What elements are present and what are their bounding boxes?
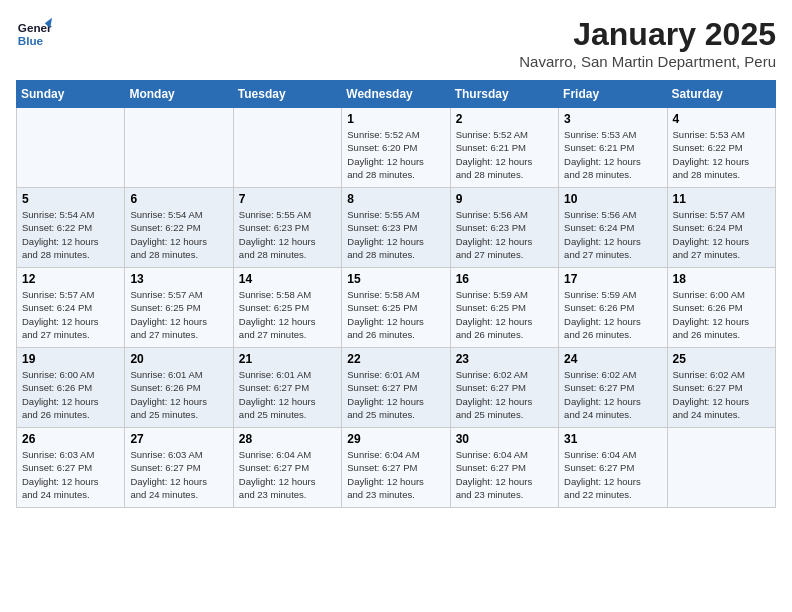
day-info: Sunrise: 5:55 AM Sunset: 6:23 PM Dayligh… xyxy=(347,208,444,261)
day-number: 3 xyxy=(564,112,661,126)
day-number: 24 xyxy=(564,352,661,366)
day-header-tuesday: Tuesday xyxy=(233,81,341,108)
day-info: Sunrise: 5:54 AM Sunset: 6:22 PM Dayligh… xyxy=(130,208,227,261)
day-number: 2 xyxy=(456,112,553,126)
day-number: 12 xyxy=(22,272,119,286)
day-info: Sunrise: 5:57 AM Sunset: 6:24 PM Dayligh… xyxy=(22,288,119,341)
day-info: Sunrise: 5:53 AM Sunset: 6:21 PM Dayligh… xyxy=(564,128,661,181)
day-cell: 4Sunrise: 5:53 AM Sunset: 6:22 PM Daylig… xyxy=(667,108,775,188)
day-number: 13 xyxy=(130,272,227,286)
day-cell: 14Sunrise: 5:58 AM Sunset: 6:25 PM Dayli… xyxy=(233,268,341,348)
week-row-5: 26Sunrise: 6:03 AM Sunset: 6:27 PM Dayli… xyxy=(17,428,776,508)
day-info: Sunrise: 6:02 AM Sunset: 6:27 PM Dayligh… xyxy=(456,368,553,421)
day-cell xyxy=(233,108,341,188)
day-info: Sunrise: 5:54 AM Sunset: 6:22 PM Dayligh… xyxy=(22,208,119,261)
day-number: 8 xyxy=(347,192,444,206)
day-number: 7 xyxy=(239,192,336,206)
day-cell: 23Sunrise: 6:02 AM Sunset: 6:27 PM Dayli… xyxy=(450,348,558,428)
logo-icon: General Blue xyxy=(16,16,52,52)
day-info: Sunrise: 5:55 AM Sunset: 6:23 PM Dayligh… xyxy=(239,208,336,261)
title-area: January 2025 Navarro, San Martin Departm… xyxy=(519,16,776,70)
day-cell: 17Sunrise: 5:59 AM Sunset: 6:26 PM Dayli… xyxy=(559,268,667,348)
day-info: Sunrise: 6:04 AM Sunset: 6:27 PM Dayligh… xyxy=(347,448,444,501)
day-info: Sunrise: 6:00 AM Sunset: 6:26 PM Dayligh… xyxy=(673,288,770,341)
calendar-body: 1Sunrise: 5:52 AM Sunset: 6:20 PM Daylig… xyxy=(17,108,776,508)
day-number: 11 xyxy=(673,192,770,206)
day-cell: 20Sunrise: 6:01 AM Sunset: 6:26 PM Dayli… xyxy=(125,348,233,428)
day-info: Sunrise: 6:01 AM Sunset: 6:27 PM Dayligh… xyxy=(239,368,336,421)
day-cell: 8Sunrise: 5:55 AM Sunset: 6:23 PM Daylig… xyxy=(342,188,450,268)
day-cell: 16Sunrise: 5:59 AM Sunset: 6:25 PM Dayli… xyxy=(450,268,558,348)
day-info: Sunrise: 5:52 AM Sunset: 6:20 PM Dayligh… xyxy=(347,128,444,181)
day-cell: 9Sunrise: 5:56 AM Sunset: 6:23 PM Daylig… xyxy=(450,188,558,268)
day-cell: 24Sunrise: 6:02 AM Sunset: 6:27 PM Dayli… xyxy=(559,348,667,428)
day-number: 17 xyxy=(564,272,661,286)
day-info: Sunrise: 5:58 AM Sunset: 6:25 PM Dayligh… xyxy=(347,288,444,341)
day-cell xyxy=(125,108,233,188)
day-info: Sunrise: 5:52 AM Sunset: 6:21 PM Dayligh… xyxy=(456,128,553,181)
day-cell: 28Sunrise: 6:04 AM Sunset: 6:27 PM Dayli… xyxy=(233,428,341,508)
day-number: 6 xyxy=(130,192,227,206)
week-row-4: 19Sunrise: 6:00 AM Sunset: 6:26 PM Dayli… xyxy=(17,348,776,428)
day-header-wednesday: Wednesday xyxy=(342,81,450,108)
day-cell: 22Sunrise: 6:01 AM Sunset: 6:27 PM Dayli… xyxy=(342,348,450,428)
day-cell: 27Sunrise: 6:03 AM Sunset: 6:27 PM Dayli… xyxy=(125,428,233,508)
day-info: Sunrise: 6:04 AM Sunset: 6:27 PM Dayligh… xyxy=(239,448,336,501)
day-number: 14 xyxy=(239,272,336,286)
day-number: 1 xyxy=(347,112,444,126)
day-info: Sunrise: 5:59 AM Sunset: 6:26 PM Dayligh… xyxy=(564,288,661,341)
day-cell: 21Sunrise: 6:01 AM Sunset: 6:27 PM Dayli… xyxy=(233,348,341,428)
day-number: 5 xyxy=(22,192,119,206)
day-cell: 29Sunrise: 6:04 AM Sunset: 6:27 PM Dayli… xyxy=(342,428,450,508)
day-info: Sunrise: 5:57 AM Sunset: 6:24 PM Dayligh… xyxy=(673,208,770,261)
day-cell: 18Sunrise: 6:00 AM Sunset: 6:26 PM Dayli… xyxy=(667,268,775,348)
day-info: Sunrise: 5:59 AM Sunset: 6:25 PM Dayligh… xyxy=(456,288,553,341)
day-cell: 6Sunrise: 5:54 AM Sunset: 6:22 PM Daylig… xyxy=(125,188,233,268)
day-cell: 25Sunrise: 6:02 AM Sunset: 6:27 PM Dayli… xyxy=(667,348,775,428)
day-number: 27 xyxy=(130,432,227,446)
day-cell: 3Sunrise: 5:53 AM Sunset: 6:21 PM Daylig… xyxy=(559,108,667,188)
day-cell: 12Sunrise: 5:57 AM Sunset: 6:24 PM Dayli… xyxy=(17,268,125,348)
day-number: 16 xyxy=(456,272,553,286)
day-number: 29 xyxy=(347,432,444,446)
week-row-3: 12Sunrise: 5:57 AM Sunset: 6:24 PM Dayli… xyxy=(17,268,776,348)
day-number: 22 xyxy=(347,352,444,366)
day-cell: 2Sunrise: 5:52 AM Sunset: 6:21 PM Daylig… xyxy=(450,108,558,188)
day-cell: 5Sunrise: 5:54 AM Sunset: 6:22 PM Daylig… xyxy=(17,188,125,268)
day-number: 15 xyxy=(347,272,444,286)
day-info: Sunrise: 6:00 AM Sunset: 6:26 PM Dayligh… xyxy=(22,368,119,421)
calendar-table: SundayMondayTuesdayWednesdayThursdayFrid… xyxy=(16,80,776,508)
day-number: 9 xyxy=(456,192,553,206)
day-cell: 10Sunrise: 5:56 AM Sunset: 6:24 PM Dayli… xyxy=(559,188,667,268)
logo: General Blue xyxy=(16,16,56,52)
day-header-friday: Friday xyxy=(559,81,667,108)
day-number: 25 xyxy=(673,352,770,366)
day-header-sunday: Sunday xyxy=(17,81,125,108)
month-title: January 2025 xyxy=(519,16,776,53)
day-info: Sunrise: 5:58 AM Sunset: 6:25 PM Dayligh… xyxy=(239,288,336,341)
day-header-monday: Monday xyxy=(125,81,233,108)
day-cell: 13Sunrise: 5:57 AM Sunset: 6:25 PM Dayli… xyxy=(125,268,233,348)
day-info: Sunrise: 6:04 AM Sunset: 6:27 PM Dayligh… xyxy=(564,448,661,501)
day-number: 20 xyxy=(130,352,227,366)
day-info: Sunrise: 6:02 AM Sunset: 6:27 PM Dayligh… xyxy=(673,368,770,421)
day-info: Sunrise: 6:04 AM Sunset: 6:27 PM Dayligh… xyxy=(456,448,553,501)
location-title: Navarro, San Martin Department, Peru xyxy=(519,53,776,70)
day-cell: 31Sunrise: 6:04 AM Sunset: 6:27 PM Dayli… xyxy=(559,428,667,508)
day-info: Sunrise: 6:03 AM Sunset: 6:27 PM Dayligh… xyxy=(22,448,119,501)
day-info: Sunrise: 5:53 AM Sunset: 6:22 PM Dayligh… xyxy=(673,128,770,181)
week-row-1: 1Sunrise: 5:52 AM Sunset: 6:20 PM Daylig… xyxy=(17,108,776,188)
day-info: Sunrise: 6:02 AM Sunset: 6:27 PM Dayligh… xyxy=(564,368,661,421)
day-cell: 26Sunrise: 6:03 AM Sunset: 6:27 PM Dayli… xyxy=(17,428,125,508)
day-cell: 7Sunrise: 5:55 AM Sunset: 6:23 PM Daylig… xyxy=(233,188,341,268)
day-number: 23 xyxy=(456,352,553,366)
day-number: 26 xyxy=(22,432,119,446)
svg-text:Blue: Blue xyxy=(18,34,44,47)
day-info: Sunrise: 6:01 AM Sunset: 6:26 PM Dayligh… xyxy=(130,368,227,421)
day-number: 10 xyxy=(564,192,661,206)
day-cell: 1Sunrise: 5:52 AM Sunset: 6:20 PM Daylig… xyxy=(342,108,450,188)
week-row-2: 5Sunrise: 5:54 AM Sunset: 6:22 PM Daylig… xyxy=(17,188,776,268)
day-number: 28 xyxy=(239,432,336,446)
calendar-header: SundayMondayTuesdayWednesdayThursdayFrid… xyxy=(17,81,776,108)
day-info: Sunrise: 6:01 AM Sunset: 6:27 PM Dayligh… xyxy=(347,368,444,421)
